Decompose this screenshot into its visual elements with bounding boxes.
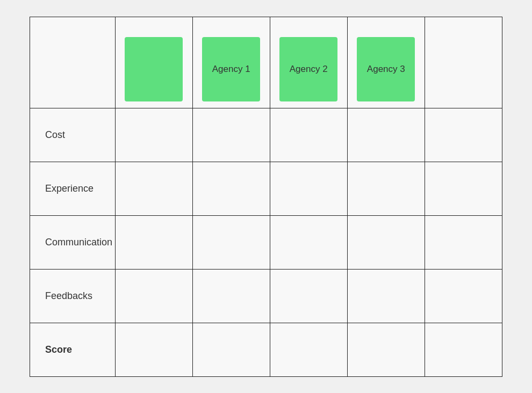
cell-feed-0 — [115, 269, 192, 323]
header-col-2: Agency 2 — [270, 17, 347, 108]
cell-score-0 — [115, 323, 192, 376]
cell-comm-4 — [425, 215, 502, 269]
table-row: Score — [30, 323, 502, 376]
cell-comm-0 — [115, 215, 192, 269]
cell-score-4 — [425, 323, 502, 376]
header-col-3: Agency 3 — [347, 17, 425, 108]
cell-cost-0 — [115, 108, 192, 162]
cell-feed-1 — [192, 269, 270, 323]
cell-exp-1 — [192, 162, 270, 215]
cell-comm-2 — [270, 215, 347, 269]
table-row: Cost — [30, 108, 502, 162]
cell-exp-2 — [270, 162, 347, 215]
table-row: Communication — [30, 215, 502, 269]
comparison-table: Agency 1 Agency 2 Agency 3 Cost — [30, 17, 502, 377]
agency-card-blank — [125, 37, 183, 101]
row-label-communication: Communication — [30, 215, 116, 269]
agency-card-1: Agency 1 — [202, 37, 260, 101]
cell-cost-2 — [270, 108, 347, 162]
agency-2-label: Agency 2 — [290, 64, 328, 75]
cell-exp-4 — [425, 162, 502, 215]
header-col-0 — [115, 17, 192, 108]
table-row: Feedbacks — [30, 269, 502, 323]
cell-exp-3 — [347, 162, 425, 215]
header-label-col — [30, 17, 116, 108]
table-body: Cost Experience Communication — [30, 108, 502, 376]
cell-feed-2 — [270, 269, 347, 323]
cell-cost-4 — [425, 108, 502, 162]
cell-feed-3 — [347, 269, 425, 323]
header-col-4 — [425, 17, 502, 108]
agency-card-2: Agency 2 — [279, 37, 337, 101]
row-label-feedbacks: Feedbacks — [30, 269, 116, 323]
cell-comm-3 — [347, 215, 425, 269]
cell-score-3 — [347, 323, 425, 376]
row-label-cost: Cost — [30, 108, 116, 162]
cell-cost-3 — [347, 108, 425, 162]
agency-3-label: Agency 3 — [367, 64, 405, 75]
agency-1-label: Agency 1 — [212, 64, 250, 75]
agency-card-3: Agency 3 — [357, 37, 415, 101]
cell-comm-1 — [192, 215, 270, 269]
header-col-1: Agency 1 — [192, 17, 270, 108]
row-label-experience: Experience — [30, 162, 116, 215]
cell-score-1 — [192, 323, 270, 376]
cell-exp-0 — [115, 162, 192, 215]
header-row: Agency 1 Agency 2 Agency 3 — [30, 17, 502, 108]
cell-cost-1 — [192, 108, 270, 162]
cell-score-2 — [270, 323, 347, 376]
cell-feed-4 — [425, 269, 502, 323]
table-row: Experience — [30, 162, 502, 215]
row-label-score: Score — [30, 323, 116, 376]
